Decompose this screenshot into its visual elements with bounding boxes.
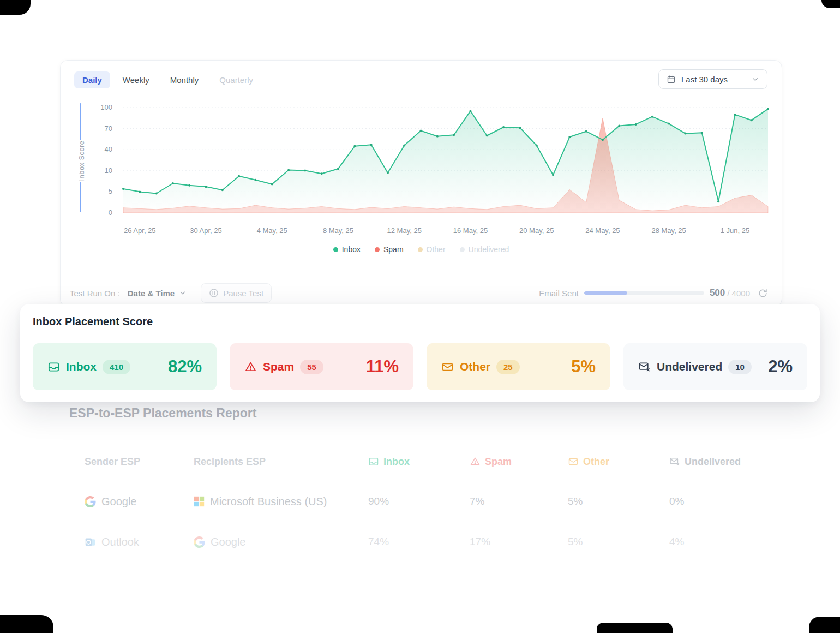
undelivered-pct: 4%	[669, 536, 788, 548]
x-tick-label: 24 May, 25	[585, 226, 620, 235]
y-axis-line	[80, 182, 81, 212]
stat-percentage: 5%	[571, 357, 596, 377]
x-tick-label: 4 May, 25	[257, 226, 287, 235]
score-tiles: Inbox 410 82% Spam 55 11% Other 25	[33, 343, 807, 390]
corner-mark	[0, 615, 53, 633]
stat-percentage: 2%	[768, 357, 793, 377]
legend-dot	[418, 247, 423, 252]
refresh-icon	[758, 288, 768, 298]
inbox-trend-plot	[123, 104, 768, 217]
warning-icon	[470, 456, 481, 467]
col-inbox: Inbox	[368, 456, 470, 468]
inbox-icon	[47, 361, 60, 373]
tab-quarterly[interactable]: Quarterly	[211, 71, 261, 88]
stat-count-badge: 25	[496, 360, 520, 374]
test-run-bar: Test Run On : Date & Time Pause Test Ema…	[70, 282, 768, 304]
legend-dot	[460, 247, 465, 252]
corner-mark	[821, 0, 840, 8]
stat-count-badge: 410	[103, 360, 130, 374]
spam-pct: 17%	[470, 536, 568, 548]
corner-mark	[809, 617, 840, 633]
date-range-value: Last 30 days	[681, 75, 728, 84]
y-tick-label: 100	[100, 103, 112, 111]
chart-legend: InboxSpamOtherUndelivered	[61, 245, 782, 254]
stat-percentage: 82%	[168, 357, 202, 377]
test-run-label: Test Run On :	[70, 289, 120, 298]
col-undelivered: Undelivered	[669, 456, 788, 468]
esp-report-row: Google Microsoft Business (US) 90% 7% 5%…	[85, 489, 788, 514]
undelivered-stat-tile: Undelivered 10 2%	[623, 343, 807, 390]
pause-test-button[interactable]: Pause Test	[201, 283, 272, 303]
esp-report-row: Outlook Google 74% 17% 5% 4%	[85, 529, 788, 554]
refresh-button[interactable]	[758, 288, 768, 298]
date-range-select[interactable]: Last 30 days	[658, 69, 767, 89]
sender-cell: Outlook	[85, 536, 194, 548]
stat-label: Spam	[263, 360, 294, 373]
mail-x-icon	[669, 456, 680, 467]
legend-item-other[interactable]: Other	[418, 245, 446, 254]
x-tick-label: 28 May, 25	[651, 226, 686, 235]
stat-percentage: 11%	[366, 357, 399, 377]
legend-item-spam[interactable]: Spam	[375, 245, 404, 254]
other-pct: 5%	[568, 495, 669, 507]
inbox-pct: 74%	[368, 536, 470, 548]
recipient-cell: Microsoft Business (US)	[194, 495, 368, 508]
period-tabs: Daily Weekly Monthly Quarterly	[74, 71, 261, 88]
esp-report-title: ESP-to-ESP Placements Report	[69, 406, 256, 421]
warning-icon	[244, 361, 257, 373]
legend-item-undelivered[interactable]: Undelivered	[460, 245, 509, 254]
stat-count-badge: 55	[300, 360, 323, 374]
google-logo	[85, 496, 96, 507]
y-tick-label: 10	[105, 166, 112, 175]
sender-cell: Google	[85, 495, 194, 508]
email-sent-label: Email Sent	[539, 289, 579, 298]
legend-item-inbox[interactable]: Inbox	[333, 245, 361, 254]
y-tick-label: 40	[105, 145, 112, 153]
tab-weekly[interactable]: Weekly	[115, 71, 158, 88]
x-tick-label: 12 May, 25	[387, 226, 422, 235]
email-sent-group: Email Sent 500 / 4000	[539, 288, 768, 298]
esp-report-header: Sender ESP Recipients ESP Inbox Spam Oth…	[85, 453, 788, 470]
trend-chart-card: Daily Weekly Monthly Quarterly Last 30 d…	[60, 60, 782, 307]
microsoft-logo	[194, 496, 205, 507]
x-tick-label: 1 Jun, 25	[721, 226, 750, 235]
inbox-icon	[368, 456, 379, 467]
inbox-stat-tile: Inbox 410 82%	[33, 343, 217, 390]
email-sent-total: / 4000	[727, 289, 750, 298]
mail-icon	[441, 361, 454, 373]
y-tick-label: 70	[105, 124, 112, 133]
tab-daily[interactable]: Daily	[74, 71, 110, 88]
corner-mark	[0, 0, 31, 15]
calendar-icon	[667, 75, 676, 84]
stat-count-badge: 10	[728, 360, 752, 374]
y-axis-line	[80, 103, 81, 140]
y-tick-label: 0	[109, 208, 112, 217]
other-stat-tile: Other 25 5%	[427, 343, 610, 390]
spam-pct: 7%	[470, 495, 568, 507]
test-run-datetime-value: Date & Time	[128, 289, 175, 298]
chevron-down-icon	[751, 75, 759, 83]
google-logo	[194, 536, 205, 548]
x-axis-ticks: 26 Apr, 2530 Apr, 254 May, 258 May, 2512…	[123, 226, 768, 236]
y-tick-label: 5	[109, 187, 112, 195]
pause-test-label: Pause Test	[223, 289, 263, 298]
stat-label: Inbox	[66, 360, 97, 373]
col-recipients-esp: Recipients ESP	[194, 456, 368, 468]
col-sender-esp: Sender ESP	[85, 456, 194, 468]
email-deliverability-dashboard: Daily Weekly Monthly Quarterly Last 30 d…	[0, 0, 840, 633]
col-spam: Spam	[470, 456, 568, 468]
stat-label: Undelivered	[657, 360, 722, 373]
inbox-pct: 90%	[368, 495, 470, 507]
chevron-down-icon	[179, 289, 187, 297]
mail-x-icon	[638, 361, 651, 373]
legend-dot	[375, 247, 380, 252]
x-tick-label: 8 May, 25	[323, 226, 353, 235]
score-card-title: Inbox Placement Score	[33, 315, 153, 328]
x-tick-label: 26 Apr, 25	[124, 226, 156, 235]
test-run-datetime-select[interactable]: Date & Time	[124, 288, 190, 298]
corner-mark	[597, 623, 673, 633]
tab-monthly[interactable]: Monthly	[162, 71, 207, 88]
stat-label: Other	[460, 360, 490, 373]
spam-stat-tile: Spam 55 11%	[230, 343, 413, 390]
other-pct: 5%	[568, 536, 669, 548]
